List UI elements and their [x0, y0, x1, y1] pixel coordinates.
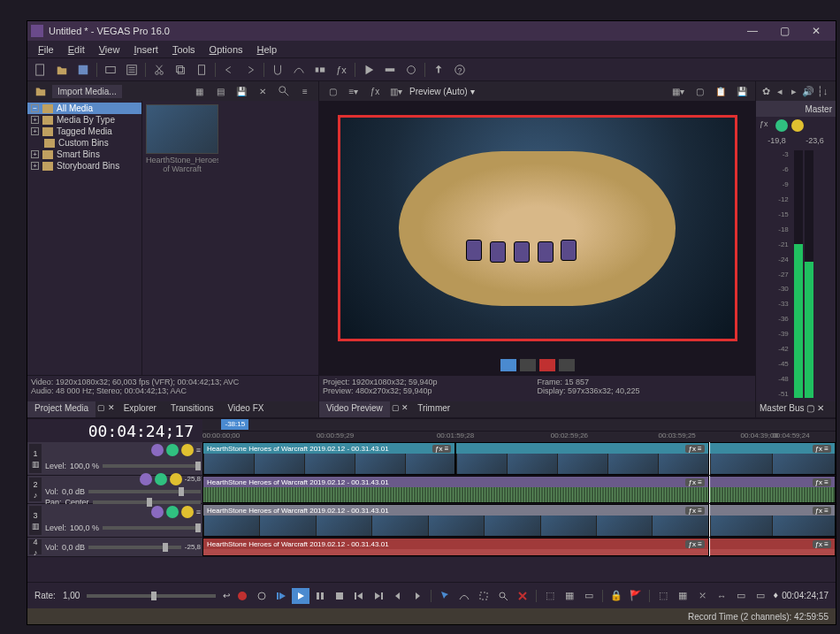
track-2-solo-icon[interactable] — [170, 473, 182, 485]
clip-audio-2a[interactable]: HearthStone Heroes of Warcraft 2019.02.1… — [202, 476, 709, 503]
upload-icon[interactable] — [429, 60, 448, 80]
tool-normal-icon[interactable] — [436, 588, 454, 604]
master-fx-icon[interactable]: ƒx — [760, 119, 772, 132]
preview-safe-icon[interactable]: ▢ — [690, 81, 709, 101]
tool-delete-icon[interactable] — [514, 588, 531, 604]
opt-b-icon[interactable]: ▭ — [752, 588, 769, 604]
tool-select-icon[interactable] — [475, 588, 493, 604]
media-save-icon[interactable]: 💾 — [232, 81, 251, 101]
preview-fx-icon[interactable]: ƒx — [365, 81, 385, 101]
track-2-bypass-icon[interactable] — [140, 473, 152, 485]
maximize-button[interactable]: ▢ — [768, 21, 800, 41]
new-project-icon[interactable] — [31, 60, 50, 80]
minimize-button[interactable]: — — [737, 21, 768, 41]
tab-video-preview[interactable]: Video Preview — [319, 401, 390, 417]
autoripple-icon[interactable]: ↔ — [713, 588, 730, 604]
timeline-position[interactable]: 00:04:24;17 — [27, 419, 202, 442]
clip-audio-4a[interactable]: HearthStone Heroes of Warcraft 2019.02.1… — [202, 538, 709, 556]
help-icon[interactable]: ? — [450, 60, 470, 80]
timeline-opt1-icon[interactable]: ⬚ — [541, 588, 559, 604]
track-2-mute-icon[interactable] — [155, 473, 167, 485]
media-more-icon[interactable]: ≡ — [295, 81, 315, 101]
play-icon[interactable] — [359, 60, 378, 80]
redo-icon[interactable] — [241, 60, 260, 80]
timeline-opt2-icon[interactable]: ▦ — [561, 588, 578, 604]
tree-storyboard-bins[interactable]: +Storyboard Bins — [27, 160, 141, 172]
pause-icon[interactable] — [311, 588, 329, 604]
media-search-icon[interactable] — [274, 81, 294, 101]
undo-icon[interactable] — [219, 60, 239, 80]
master-gear-icon[interactable]: ✿ — [760, 85, 772, 97]
timeline-ruler[interactable]: -38:15 00:00:00;00 00:00:59;29 00:01:59;… — [202, 419, 836, 442]
rate-value[interactable]: 1,00 — [63, 591, 80, 600]
cut-icon[interactable] — [149, 60, 169, 80]
media-view2-icon[interactable]: ▤ — [210, 81, 230, 101]
go-start-icon[interactable] — [350, 588, 368, 604]
record-icon[interactable] — [233, 588, 251, 604]
clip-video-1b[interactable]: ƒx ≡ — [455, 442, 708, 475]
crossfade-icon[interactable] — [289, 60, 309, 80]
menu-help[interactable]: Help — [250, 42, 285, 57]
menu-insert[interactable]: Insert — [126, 42, 165, 57]
clip-video-3b[interactable]: ƒx ≡ — [709, 504, 836, 537]
tab-video-fx[interactable]: Video FX — [220, 401, 271, 417]
tab-explorer[interactable]: Explorer — [117, 401, 164, 417]
save-icon[interactable] — [73, 60, 93, 80]
track-3-solo-icon[interactable] — [181, 506, 194, 518]
close-button[interactable]: ✕ — [800, 21, 832, 41]
play-icon[interactable] — [292, 588, 309, 604]
track-1-more-icon[interactable]: ≡ — [196, 446, 201, 454]
clip-audio-4b[interactable]: ƒx ≡ — [709, 538, 836, 556]
tree-all-media[interactable]: −All Media — [27, 103, 141, 114]
menu-view[interactable]: View — [92, 42, 127, 57]
clip-video-3a[interactable]: HearthStone Heroes of Warcraft 2019.02.1… — [202, 504, 709, 537]
next-frame-icon[interactable] — [409, 588, 426, 604]
track-1-header[interactable]: 1▥ ≡ Level:100,0 % — [27, 442, 202, 475]
stop-icon[interactable] — [331, 588, 348, 604]
tool-envelope-icon[interactable] — [455, 588, 473, 604]
track-2-header[interactable]: 2♪ -25,8 Vol:0,0 dB Pan:Center — [27, 476, 202, 503]
marker-flag-icon[interactable]: 🚩 — [627, 588, 645, 604]
copy-icon[interactable] — [171, 60, 190, 80]
track-1-mute-icon[interactable] — [166, 444, 179, 456]
autocross-icon[interactable]: ⤫ — [693, 588, 711, 604]
track-4-header[interactable]: 4♪ Vol:0,0 dB-25,8 — [27, 538, 202, 556]
menu-options[interactable]: Options — [202, 42, 250, 57]
rate-slider[interactable] — [87, 594, 216, 598]
import-media-button[interactable]: Import Media... — [52, 85, 122, 98]
track-1-bypass-icon[interactable] — [151, 444, 164, 456]
menu-file[interactable]: File — [31, 42, 61, 57]
tab-master-bus[interactable]: Master Bus — [760, 403, 805, 413]
tab-transitions[interactable]: Transitions — [164, 401, 221, 417]
tree-tagged-media[interactable]: +Tagged Media — [27, 126, 141, 137]
prev-frame-icon[interactable] — [389, 588, 407, 604]
preview-ctrl-4[interactable] — [559, 359, 575, 371]
master-mute-icon[interactable] — [775, 119, 788, 132]
snap-icon[interactable] — [268, 60, 287, 80]
master-next-icon[interactable]: ▸ — [788, 85, 800, 97]
open-icon[interactable] — [52, 60, 72, 80]
loop-icon[interactable] — [253, 588, 271, 604]
tool2-icon[interactable] — [401, 60, 421, 80]
lock-icon[interactable]: 🔒 — [607, 588, 625, 604]
tab-trimmer[interactable]: Trimmer — [410, 401, 457, 417]
ripple-icon[interactable] — [310, 60, 330, 80]
media-view1-icon[interactable]: ▦ — [189, 81, 209, 101]
menu-edit[interactable]: Edit — [61, 42, 92, 57]
preview-ext-icon[interactable]: ▢ — [323, 81, 342, 101]
clip-video-1c[interactable]: ƒx ≡ — [709, 442, 836, 475]
track-3-bypass-icon[interactable] — [151, 506, 164, 518]
track-3-header[interactable]: 3▥ ≡ Level:100,0 % — [27, 504, 202, 537]
timeline-marker[interactable]: -38:15 — [221, 419, 248, 430]
track-1-solo-icon[interactable] — [181, 444, 194, 456]
preview-copy-icon[interactable]: 📋 — [711, 81, 730, 101]
clip-audio-2b[interactable]: ƒx ≡ — [709, 476, 836, 503]
import-icon[interactable] — [31, 81, 50, 101]
track-3-more-icon[interactable]: ≡ — [196, 508, 201, 516]
timeline-opt3-icon[interactable]: ▭ — [580, 588, 598, 604]
clip-video-1a[interactable]: HearthStone Heroes of Warcraft 2019.02.1… — [202, 442, 455, 475]
quantize-icon[interactable]: ▦ — [674, 588, 691, 604]
preview-ctrl-3[interactable] — [539, 359, 555, 371]
track-3-mute-icon[interactable] — [166, 506, 179, 518]
menu-tools[interactable]: Tools — [165, 42, 202, 57]
